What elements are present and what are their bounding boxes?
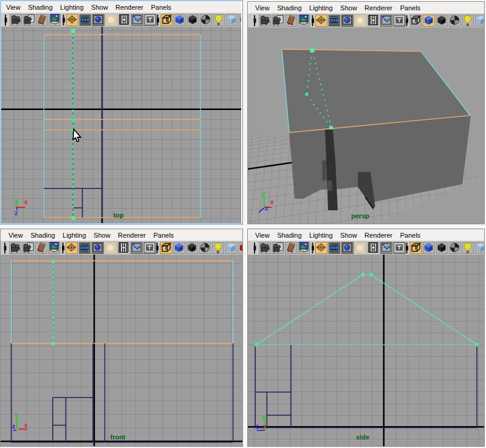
svg-text:x: x [263,423,267,430]
svg-text:front: front [110,433,125,441]
svg-text:z: z [256,423,259,430]
svg-text:y: y [15,412,18,418]
svg-text:side: side [356,433,369,441]
svg-text:z: z [15,210,18,216]
svg-text:z: z [12,423,15,430]
svg-text:y: y [262,190,265,197]
svg-text:z: z [265,205,268,212]
svg-text:x: x [24,199,28,205]
svg-text:y: y [262,414,266,421]
svg-text:x: x [24,422,28,429]
svg-text:y: y [15,198,18,204]
svg-text:persp: persp [351,212,369,219]
svg-text:top: top [113,212,123,219]
svg-text:x: x [270,199,274,205]
